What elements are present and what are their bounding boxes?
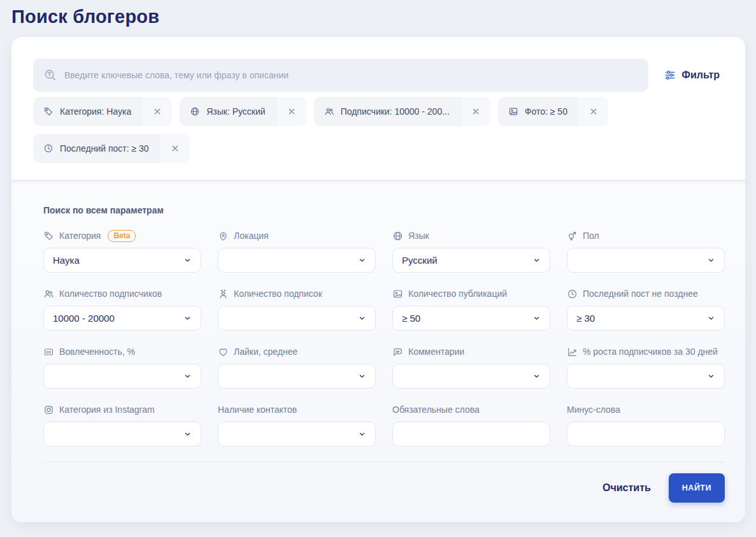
form-field-followings: Количество подписок	[218, 289, 376, 331]
chip-label: Фото: ≥ 50	[525, 106, 567, 117]
select-likes[interactable]	[218, 364, 376, 389]
select-gender[interactable]	[567, 248, 725, 273]
chip-remove-button[interactable]	[160, 134, 190, 163]
filter-chip: Фото: ≥ 50	[498, 97, 608, 126]
chip-label: Последний пост: ≥ 30	[60, 143, 149, 154]
pin-icon	[218, 231, 229, 241]
field-label: Комментарии	[392, 347, 550, 357]
search-box	[33, 59, 648, 92]
field-label: % роста подписчиков за 30 дней	[567, 347, 725, 357]
comment-icon	[392, 347, 403, 357]
field-label: Пол	[567, 231, 725, 241]
form-field-growth: % роста подписчиков за 30 дней	[567, 347, 725, 389]
select-followings[interactable]	[218, 306, 376, 331]
users-icon	[324, 106, 334, 117]
field-label: ERВовлеченность, %	[43, 347, 201, 357]
field-label-text: Количество подписок	[234, 289, 322, 299]
field-label-text: Комментарии	[408, 347, 464, 357]
form-field-likes: Лайки, среднее	[218, 347, 376, 389]
chip-remove-button[interactable]	[277, 97, 306, 126]
form-field-language: ЯзыкРусский	[392, 231, 550, 273]
chevron-down-icon	[358, 256, 366, 264]
chip-label: Подписчики: 10000 - 200...	[341, 106, 450, 117]
find-button[interactable]: НАЙТИ	[669, 473, 725, 503]
filter-chip: Подписчики: 10000 - 200...	[314, 97, 490, 126]
chip-remove-button[interactable]	[461, 97, 490, 126]
field-label-text: Категория из Instagram	[59, 405, 155, 415]
select-category[interactable]: Наука	[43, 248, 201, 273]
field-label-text: Локация	[234, 231, 269, 241]
instagram-icon	[43, 405, 54, 415]
field-label-text: Язык	[408, 231, 429, 241]
search-section: Фильтр Категория: НаукаЯзык: РусскийПодп…	[11, 37, 745, 180]
select-engagement[interactable]	[43, 364, 201, 389]
select-instagram-category[interactable]	[43, 422, 201, 447]
page-title: Поиск блогеров	[11, 6, 756, 27]
clear-button[interactable]: Очистить	[603, 482, 651, 494]
select-contacts[interactable]	[218, 422, 376, 447]
close-icon	[287, 106, 297, 117]
form-field-location: Локация	[218, 231, 376, 273]
chip-label: Язык: Русский	[206, 106, 265, 117]
input-minus-words[interactable]	[567, 422, 725, 447]
chevron-down-icon	[707, 372, 715, 380]
field-label: Последний пост не позднее	[567, 289, 725, 299]
close-icon	[471, 106, 481, 117]
field-label: Язык	[392, 231, 550, 241]
close-icon	[152, 106, 162, 117]
field-label: Минус-слова	[567, 405, 725, 415]
clock-icon	[43, 143, 53, 154]
field-label-text: Минус-слова	[567, 405, 620, 415]
select-language[interactable]: Русский	[392, 248, 550, 273]
field-label-text: % роста подписчиков за 30 дней	[583, 347, 718, 357]
chip-label-area: Подписчики: 10000 - 200...	[314, 97, 461, 126]
input-required-words[interactable]	[392, 422, 550, 447]
select-followers[interactable]: 10000 - 20000	[43, 306, 201, 331]
field-label-text: Категория	[59, 231, 101, 241]
field-label: Обязательные слова	[392, 405, 550, 415]
chevron-down-icon	[707, 256, 715, 264]
field-label: Лайки, среднее	[218, 347, 376, 357]
select-value: Русский	[402, 255, 527, 266]
growth-icon	[567, 347, 578, 357]
svg-text:ER: ER	[46, 350, 52, 354]
globe-icon	[190, 106, 200, 117]
filter-chip: Последний пост: ≥ 30	[33, 134, 190, 163]
select-growth[interactable]	[567, 364, 725, 389]
search-input[interactable]	[64, 70, 638, 80]
form-field-category: КатегорияBetaНаука	[43, 231, 201, 273]
field-label: Количество публикаций	[392, 289, 550, 299]
chevron-down-icon	[532, 372, 541, 380]
chevron-down-icon	[707, 314, 715, 322]
field-label-text: Количество публикаций	[408, 289, 507, 299]
globe-icon	[392, 231, 403, 241]
form-field-comments: Комментарии	[392, 347, 550, 389]
field-label-text: Последний пост не позднее	[583, 289, 698, 299]
filter-panel: Поиск по всем параметрам КатегорияBetaНа…	[11, 180, 745, 522]
form-field-gender: Пол	[567, 231, 725, 273]
chevron-down-icon	[183, 430, 192, 438]
search-card: Фильтр Категория: НаукаЯзык: РусскийПодп…	[11, 37, 745, 522]
chip-label: Категория: Наука	[60, 106, 131, 117]
field-label-text: Количество подписчиков	[59, 289, 162, 299]
select-location[interactable]	[218, 248, 376, 273]
select-comments[interactable]	[392, 364, 550, 389]
image-icon	[392, 289, 403, 299]
filter-form: КатегорияBetaНаукаЛокацияЯзыкРусскийПолК…	[43, 231, 725, 447]
filter-chip: Категория: Наука	[33, 97, 172, 126]
select-publications[interactable]: ≥ 50	[392, 306, 550, 331]
form-field-followers: Количество подписчиков10000 - 20000	[43, 289, 201, 331]
select-last-post[interactable]: ≥ 30	[567, 306, 725, 331]
filter-button[interactable]: Фильтр	[664, 69, 720, 81]
field-label: КатегорияBeta	[43, 231, 201, 241]
user-follow-icon	[218, 289, 229, 299]
chip-remove-button[interactable]	[143, 97, 172, 126]
form-field-minus-words: Минус-слова	[567, 405, 725, 447]
field-label: Локация	[218, 231, 376, 241]
chip-remove-button[interactable]	[579, 97, 608, 126]
field-label-text: Пол	[583, 231, 599, 241]
chip-label-area: Категория: Наука	[33, 97, 143, 126]
form-field-required-words: Обязательные слова	[392, 405, 550, 447]
select-value: ≥ 30	[576, 313, 702, 324]
chevron-down-icon	[358, 314, 366, 322]
